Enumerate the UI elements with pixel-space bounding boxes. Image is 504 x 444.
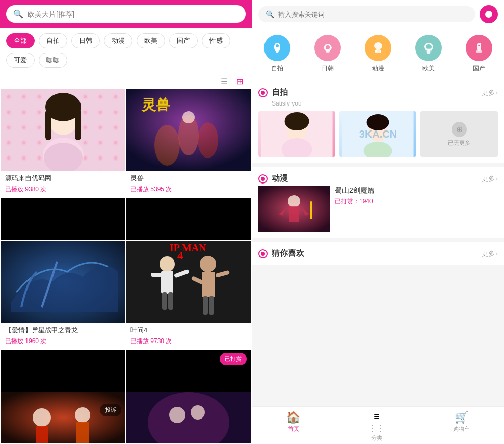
cat-jk[interactable]: 日韩 (314, 35, 341, 73)
svg-rect-48 (376, 49, 380, 53)
cat-label-selfie: 自拍 (271, 64, 283, 73)
left-search-input[interactable] (28, 10, 238, 18)
already-more-text: 已无更多 (448, 139, 470, 147)
grid-view-btn[interactable]: ⊞ (233, 75, 246, 87)
svg-point-42 (169, 407, 185, 423)
right-search-input[interactable] (278, 11, 468, 18)
anime-vid-title: 蜀山2剑魔篇 (335, 186, 498, 195)
tag-kiss[interactable]: 咖咖 (39, 53, 67, 68)
video-thumb-ipman: IP MAN 4 (126, 241, 251, 323)
svg-point-44 (276, 44, 279, 47)
recommend-more-label: 更多 (482, 249, 495, 258)
nav-cart-label: 购物车 (453, 425, 470, 433)
svg-point-36 (33, 408, 51, 427)
section-recommend-title: 猜你喜欢 (272, 248, 304, 259)
section-selfie: 自拍 更多 › Satisfy you 3KA.CN (252, 81, 504, 163)
cat-selfie[interactable]: 自拍 (264, 35, 290, 73)
svg-rect-25 (168, 292, 173, 310)
svg-point-63 (367, 114, 389, 130)
section-selfie-more[interactable]: 更多 › (482, 88, 498, 97)
tag-selfie[interactable]: 自拍 (39, 33, 67, 48)
reward-button[interactable]: 已打赏 (220, 353, 247, 365)
girl-image (1, 89, 125, 171)
radio-inner-recommend (261, 252, 265, 256)
selfie-thumb-2[interactable] (339, 111, 416, 157)
section-anime: 动漫 更多 › (252, 167, 504, 238)
anime-vid-thumb[interactable] (258, 186, 330, 232)
video-card-1[interactable]: 源码来自优码网 已播放 9380 次 (1, 89, 125, 240)
nav-category-label: 分类 (371, 434, 382, 442)
video-card-5[interactable]: 投诉 (1, 392, 125, 443)
radio-inner-anime (261, 177, 265, 181)
nav-home[interactable]: 🏠 首页 (276, 411, 310, 442)
video-info-2: 灵兽 已播放 5395 次 (126, 171, 251, 198)
video-card-2[interactable]: 灵兽 灵兽 已播放 5395 次 (126, 89, 251, 240)
svg-text:IP MAN: IP MAN (170, 242, 206, 253)
right-content: 自拍 更多 › Satisfy you 3KA.CN (252, 81, 504, 406)
home-icon: 🏠 (286, 411, 300, 424)
svg-rect-30 (203, 296, 208, 315)
cat-domestic[interactable]: 国产 (466, 35, 492, 73)
svg-point-14 (182, 111, 195, 123)
video-plays-1: 已播放 9380 次 (5, 185, 121, 194)
video-card-6[interactable] (126, 392, 251, 443)
already-more-placeholder: ⊕ 已无更多 (420, 111, 498, 157)
svg-rect-35 (1, 392, 125, 443)
bottom-nav: 🏠 首页 ≡ ⋮⋮ 分类 🛒 购物车 (252, 406, 504, 444)
svg-rect-21 (161, 271, 173, 294)
selfie-thumb-img-1 (258, 111, 335, 157)
right-search-container[interactable]: 🔍 (258, 6, 475, 22)
nav-category[interactable]: ≡ ⋮⋮ 分类 (358, 411, 395, 442)
left-panel: 🔍 全部 自拍 日韩 动漫 欧美 国产 性感 可爱 咖咖 ☰ ⊞ (0, 0, 252, 444)
section-anime-dot (258, 174, 268, 184)
filter-tags: 全部 自拍 日韩 动漫 欧美 国产 性感 可爱 咖咖 (0, 28, 252, 73)
video-card-3[interactable]: 【爱情】异星战甲之青龙 已播放 1960 次 (1, 241, 125, 392)
list-view-btn[interactable]: ☰ (218, 75, 230, 87)
record-dot (485, 11, 492, 18)
left-search-container[interactable]: 🔍 (6, 5, 246, 23)
video-plays-3: 已播放 1960 次 (5, 337, 121, 346)
anime-vid-info: 蜀山2剑魔篇 已打赏：1940 (335, 186, 498, 232)
svg-rect-54 (477, 43, 481, 51)
svg-point-15 (154, 125, 180, 166)
video-thumb-emperor (1, 392, 125, 443)
tag-cute[interactable]: 可爱 (6, 53, 35, 68)
cat-western[interactable]: 欧美 (415, 35, 442, 73)
search-icon-right: 🔍 (266, 10, 274, 18)
anime-more-label: 更多 (482, 174, 495, 184)
tag-sexy[interactable]: 性感 (202, 33, 230, 48)
svg-point-26 (200, 256, 216, 272)
video-info-4: 叶问4 已播放 9730 次 (126, 323, 251, 350)
video-info-3: 【爱情】异星战甲之青龙 已播放 1960 次 (1, 323, 125, 350)
svg-rect-27 (202, 272, 215, 297)
complaint-button[interactable]: 投诉 (100, 404, 121, 416)
tag-anime[interactable]: 动漫 (104, 33, 132, 48)
svg-rect-22 (151, 273, 162, 277)
svg-rect-49 (375, 50, 377, 53)
video-info-1: 源码来自优码网 已播放 9380 次 (1, 171, 125, 198)
section-selfie-header: 自拍 更多 › (258, 87, 498, 98)
tag-jk[interactable]: 日韩 (71, 33, 100, 48)
cat-label-western: 欧美 (422, 64, 435, 73)
tag-all[interactable]: 全部 (6, 33, 35, 48)
video-card-4[interactable]: IP MAN 4 叶问4 已播放 9730 次 已打赏 (126, 241, 251, 392)
video-title-2: 灵兽 (130, 174, 247, 183)
cat-anime[interactable]: 动漫 (365, 35, 391, 73)
tag-domestic[interactable]: 国产 (169, 33, 198, 48)
nav-cart[interactable]: 🛒 购物车 (443, 411, 480, 442)
svg-rect-69 (310, 201, 312, 219)
svg-rect-6 (45, 110, 51, 140)
section-selfie-title: 自拍 (272, 87, 288, 98)
selfie-thumb-1[interactable] (258, 111, 335, 157)
video-grid: 源码来自优码网 已播放 9380 次 灵兽 (0, 89, 252, 392)
cat-icon-anime (365, 35, 391, 61)
svg-rect-24 (162, 292, 167, 310)
section-anime-more[interactable]: 更多 › (482, 174, 498, 184)
section-recommend-more[interactable]: 更多 › (482, 249, 498, 258)
record-button[interactable] (480, 5, 498, 23)
category-icons: 自拍 日韩 动漫 欧美 国产 (252, 29, 504, 81)
more-label: 更多 (482, 88, 495, 97)
svg-point-43 (191, 405, 205, 420)
tag-western[interactable]: 欧美 (137, 33, 165, 48)
video-thumb-girl (1, 89, 125, 171)
